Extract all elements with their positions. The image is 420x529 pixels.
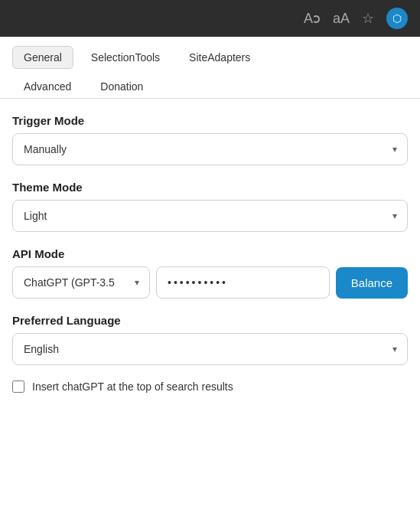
api-mode-section: API Mode ChatGPT (GPT-3.5 GPT-4 Claude ▾… (12, 247, 408, 299)
theme-mode-select-wrapper: Light Dark System ▾ (12, 200, 408, 232)
toolbar: Aↄ aA ☆ ⬡ (0, 0, 420, 37)
trigger-mode-section: Trigger Mode Manually Auto On Selection … (12, 114, 408, 165)
tab-selection-tools[interactable]: SelectionTools (80, 46, 171, 69)
api-key-input[interactable] (156, 266, 330, 299)
tab-site-adapters[interactable]: SiteAdapters (177, 46, 262, 69)
main-content: Trigger Mode Manually Auto On Selection … (0, 99, 420, 408)
puzzle-icon[interactable]: ⬡ (386, 8, 408, 29)
tabs-row-1: General SelectionTools SiteAdapters (12, 46, 408, 69)
trigger-mode-label: Trigger Mode (12, 114, 408, 127)
tab-donation[interactable]: Donation (89, 75, 155, 98)
tabs-row-2: Advanced Donation (12, 75, 408, 98)
api-mode-row: ChatGPT (GPT-3.5 GPT-4 Claude ▾ Balance (12, 266, 408, 299)
trigger-mode-select[interactable]: Manually Auto On Selection (12, 133, 408, 165)
theme-mode-section: Theme Mode Light Dark System ▾ (12, 181, 408, 232)
api-mode-select-wrapper: ChatGPT (GPT-3.5 GPT-4 Claude ▾ (12, 266, 150, 299)
preferred-language-section: Preferred Language English Chinese Spani… (12, 314, 408, 365)
trigger-mode-select-wrapper: Manually Auto On Selection ▾ (12, 133, 408, 165)
insert-chatgpt-checkbox[interactable] (12, 380, 24, 393)
preferred-language-select-wrapper: English Chinese Spanish French German Ja… (12, 333, 408, 365)
preferred-language-select[interactable]: English Chinese Spanish French German Ja… (12, 333, 408, 365)
star-icon[interactable]: ☆ (362, 10, 374, 27)
tabs-container: General SelectionTools SiteAdapters Adva… (0, 37, 420, 99)
insert-chatgpt-label: Insert chatGPT at the top of search resu… (32, 380, 233, 393)
theme-mode-select[interactable]: Light Dark System (12, 200, 408, 232)
api-mode-label: API Mode (12, 247, 408, 260)
balance-button[interactable]: Balance (336, 267, 408, 299)
insert-chatgpt-row: Insert chatGPT at the top of search resu… (12, 380, 408, 393)
tab-general[interactable]: General (12, 46, 73, 69)
text-size-icon[interactable]: Aↄ (304, 10, 321, 27)
preferred-language-label: Preferred Language (12, 314, 408, 327)
theme-mode-label: Theme Mode (12, 181, 408, 194)
text-style-icon[interactable]: aA (333, 11, 350, 27)
tab-advanced[interactable]: Advanced (12, 75, 83, 98)
api-mode-select[interactable]: ChatGPT (GPT-3.5 GPT-4 Claude (12, 266, 150, 299)
